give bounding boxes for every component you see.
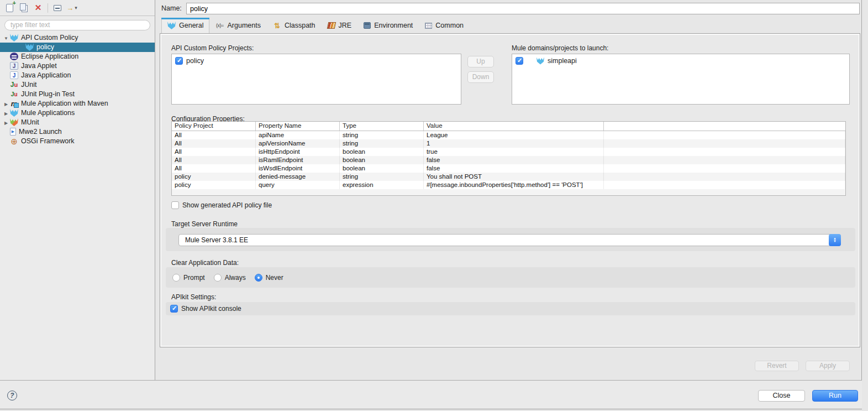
expand-arrow[interactable] (2, 119, 10, 126)
column-header[interactable]: Type (340, 122, 424, 131)
target-server-label: Target Server Runtime (171, 220, 238, 228)
tab[interactable]: Environment (357, 18, 419, 33)
tab[interactable]: Classpath (267, 18, 322, 33)
window-right-edge (861, 0, 862, 380)
show-apikit-console-label: Show APIkit console (181, 305, 241, 313)
filter-input[interactable] (4, 20, 150, 30)
tab-label: General (179, 22, 203, 29)
close-button[interactable]: Close (758, 390, 805, 402)
tree-item-label: Eclipse Application (21, 53, 78, 60)
clear-app-data-group: Prompt Always Never (166, 267, 855, 288)
apply-button[interactable]: Apply (806, 361, 850, 371)
expand-arrow[interactable] (2, 35, 10, 41)
tree-item[interactable]: JUnit Plug-in Test (0, 90, 155, 99)
filter-launch-configurations-icon[interactable] (67, 3, 77, 13)
column-header[interactable]: Property Name (256, 122, 340, 131)
radio-option[interactable]: Prompt (172, 274, 205, 282)
tree-item-label: OSGi Framework (21, 137, 75, 145)
tree-item[interactable]: Mwe2 Launch (0, 127, 155, 137)
target-server-select[interactable]: Mule Server 3.8.1 EE ▲▼ (178, 234, 841, 246)
mwe2-icon (10, 128, 16, 136)
column-header[interactable]: Value (424, 122, 604, 131)
tree-item[interactable]: API Custom Policy (0, 33, 155, 43)
table-row[interactable]: All isRamlEndpoint boolean false (172, 156, 845, 164)
policy-projects-label: API Custom Policy Projects: (171, 44, 254, 52)
radio-button[interactable] (214, 274, 222, 282)
tab-bar: General Arguments Classpath JRE Environm… (161, 18, 470, 33)
expand-arrow[interactable] (2, 110, 10, 116)
tab[interactable]: Arguments (209, 18, 266, 33)
tree-item[interactable]: OSGi Framework (0, 137, 155, 146)
show-generated-policy-checkbox[interactable] (171, 201, 179, 209)
tree-item[interactable]: policy (0, 43, 155, 52)
radio-label: Never (266, 274, 283, 282)
expand-arrow[interactable] (2, 101, 10, 107)
munit-icon (10, 118, 18, 126)
mule-icon (25, 43, 34, 51)
mule-domains-label: Mule domains/projects to launch: (512, 44, 608, 52)
tree-item[interactable]: JUnit (0, 80, 155, 90)
mule-domains-list[interactable]: simpleapi (512, 54, 850, 105)
tree-item-label: Java Applet (21, 62, 57, 70)
name-label: Name: (161, 4, 182, 12)
radio-button[interactable] (172, 274, 180, 282)
combo-stepper-icon[interactable]: ▲▼ (829, 234, 841, 246)
tree-item[interactable]: Mule Application with Maven (0, 99, 155, 108)
tab[interactable]: Common (419, 18, 470, 33)
tree-item[interactable]: Mule Applications (0, 108, 155, 118)
column-header (604, 122, 845, 131)
mule-icon (10, 109, 18, 117)
radio-label: Always (225, 274, 246, 282)
tree-item[interactable]: Java Application (0, 71, 155, 80)
tree-item-label: Mule Application with Maven (21, 100, 108, 107)
help-button[interactable]: ? (7, 391, 17, 400)
eclipse-icon (10, 53, 18, 60)
junit-icon (10, 81, 18, 89)
tree-item[interactable]: Java Applet (0, 61, 155, 71)
tab[interactable]: General (161, 18, 209, 33)
list-item[interactable]: policy (172, 54, 461, 65)
osgi-icon (10, 137, 18, 145)
radio-button[interactable] (255, 274, 262, 282)
table-row[interactable]: policy query expression #[message.inboun… (172, 181, 845, 189)
table-row[interactable]: All apiVersionName string 1 (172, 139, 845, 148)
down-button[interactable]: Down (467, 71, 494, 83)
target-server-group: Mule Server 3.8.1 EE ▲▼ (166, 228, 855, 251)
toolbar-separator (48, 3, 48, 13)
tree-item-label: Mwe2 Launch (19, 128, 62, 136)
tab-label: Classpath (285, 22, 315, 29)
policy-projects-list[interactable]: policy (171, 54, 461, 105)
mule-icon (536, 58, 544, 65)
duplicate-launch-configuration-icon[interactable] (19, 3, 29, 13)
collapse-all-icon[interactable] (52, 3, 62, 13)
radio-option[interactable]: Never (255, 274, 283, 282)
tab[interactable]: JRE (322, 18, 358, 33)
tree-item-label: MUnit (21, 118, 39, 126)
up-button[interactable]: Up (467, 56, 494, 67)
show-apikit-console-checkbox[interactable] (170, 305, 178, 313)
item-checkbox[interactable] (515, 57, 523, 65)
name-input[interactable] (186, 3, 860, 14)
tree-item-label: JUnit (21, 81, 36, 89)
config-properties-table[interactable]: Policy Project Property Name Type Value … (171, 121, 846, 196)
maven-mule-icon (10, 100, 18, 107)
common-icon (425, 23, 432, 29)
environment-icon (364, 22, 371, 29)
list-item[interactable]: simpleapi (512, 54, 849, 65)
table-row[interactable]: All apiName string League (172, 131, 845, 139)
column-header[interactable]: Policy Project (172, 122, 256, 131)
tree-item-label: API Custom Policy (21, 34, 78, 41)
table-row[interactable]: All isWsdlEndpoint boolean false (172, 164, 845, 173)
radio-option[interactable]: Always (214, 274, 246, 282)
jre-icon (327, 22, 336, 29)
tree-item[interactable]: Eclipse Application (0, 52, 155, 61)
new-launch-configuration-icon[interactable] (4, 3, 14, 13)
table-row[interactable]: All isHttpEndpoint boolean true (172, 148, 845, 156)
table-row[interactable]: policy denied-message string You shall n… (172, 173, 845, 181)
delete-launch-configuration-icon[interactable] (33, 3, 43, 13)
tree-item[interactable]: MUnit (0, 118, 155, 127)
item-checkbox[interactable] (175, 57, 183, 65)
run-button[interactable]: Run (812, 390, 858, 402)
revert-button[interactable]: Revert (755, 361, 799, 371)
sidebar-toolbar (0, 0, 155, 16)
